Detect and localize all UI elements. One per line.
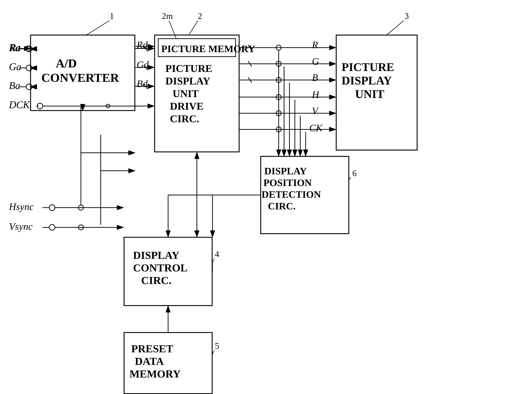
- pdud-label-1: PICTURE: [165, 62, 212, 74]
- svg-line-3: [189, 21, 198, 35]
- svg-point-73: [49, 205, 55, 211]
- hsync-label: Hsync: [9, 201, 34, 212]
- svg-line-102: [213, 195, 261, 271]
- vsync-label: Vsync: [9, 221, 32, 232]
- ref-5: 5: [215, 341, 219, 351]
- ref-2m: 2m: [162, 11, 173, 21]
- pdm-label-2: DATA: [135, 355, 164, 367]
- dcc-label-3: CIRC.: [141, 275, 171, 286]
- pdud-label-4: DRIVE: [170, 100, 203, 112]
- adc-label-2: CONVERTER: [41, 71, 119, 84]
- dpd-label-1: DISPLAY: [264, 166, 307, 176]
- svg-line-1: [86, 21, 109, 35]
- pdud-label-5: CIRC.: [170, 113, 199, 124]
- ba-label: Ba: [9, 80, 20, 91]
- b-label: B: [312, 72, 318, 83]
- dcc-label-1: DISPLAY: [133, 249, 179, 261]
- svg-line-5: [349, 177, 351, 180]
- ref-1: 1: [110, 11, 114, 21]
- pdu-label-3: UNIT: [355, 88, 384, 100]
- pdu-label-2: DISPLAY: [342, 74, 392, 87]
- ref-2: 2: [198, 11, 202, 21]
- dpd-label-2: POSITION: [263, 177, 312, 188]
- ga-label: Ga: [9, 61, 21, 72]
- g-label: G: [312, 56, 319, 67]
- dpd-label-3: DETECTION: [262, 189, 321, 200]
- ra-label: Ra: [9, 42, 20, 53]
- svg-point-75: [49, 224, 55, 230]
- ref-6: 6: [352, 168, 357, 178]
- diagram-container: 1 2m 2 3 A/D CONVERTER PICTURE MEMORY PI…: [0, 0, 532, 394]
- h-label: H: [312, 89, 320, 100]
- pdm-label-3: MEMORY: [130, 368, 181, 380]
- pdud-label-3: UNIT: [172, 88, 199, 99]
- svg-line-34: [83, 46, 135, 49]
- pdud-label-2: DISPLAY: [165, 75, 210, 87]
- svg-line-2: [169, 21, 176, 39]
- dck-label: DCK: [9, 99, 30, 110]
- dpd-label-4: CIRC.: [268, 201, 296, 212]
- gd-label: Gd: [137, 59, 149, 70]
- adc-label-1: A/D: [56, 57, 77, 70]
- pdm-label-1: PRESET: [131, 343, 173, 355]
- dcc-label-2: CONTROL: [133, 262, 188, 274]
- ck-label: CK: [309, 122, 323, 133]
- picture-memory-label: PICTURE MEMORY: [161, 43, 255, 54]
- svg-line-4: [386, 21, 404, 35]
- v-label: V: [312, 105, 319, 116]
- ref-4: 4: [215, 249, 219, 259]
- r-label: R: [312, 39, 318, 50]
- ref-3: 3: [405, 11, 409, 21]
- pdu-label-1: PICTURE: [342, 61, 394, 73]
